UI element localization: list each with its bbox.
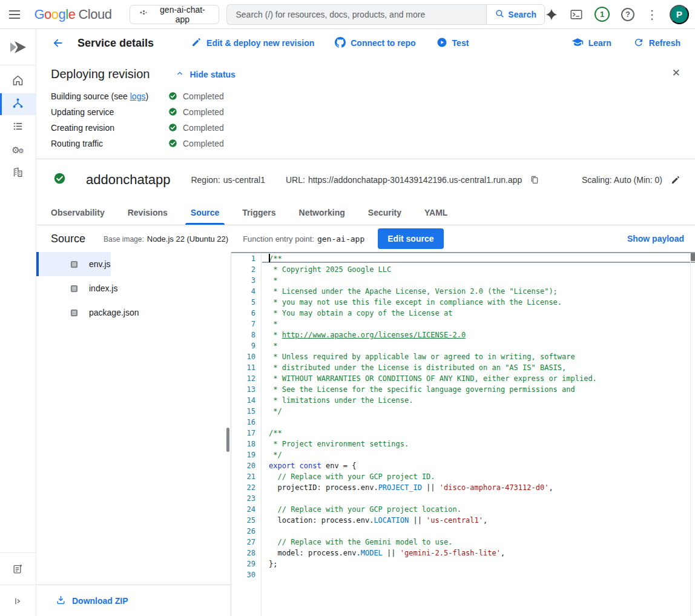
expand-panel-icon[interactable] — [0, 590, 36, 612]
text-cursor — [269, 254, 270, 262]
code-line — [269, 417, 695, 428]
download-zip-button[interactable]: Download ZIP — [36, 585, 231, 616]
deploy-step-status: Completed — [168, 139, 224, 148]
close-icon[interactable]: ✕ — [668, 63, 684, 83]
deploy-step: Updating serviceCompleted — [51, 107, 680, 117]
search-input[interactable] — [226, 4, 486, 25]
check-circle-icon — [168, 91, 177, 101]
tab-source[interactable]: Source — [179, 200, 231, 225]
entry-point-meta: Function entry point: gen-ai-app — [243, 234, 364, 243]
url-value[interactable]: https://addonchatapp-301439142196.us-cen… — [308, 175, 522, 185]
learn-button[interactable]: Learn — [571, 36, 611, 50]
line-number: 8 — [231, 330, 261, 340]
line-number: 14 — [231, 395, 261, 406]
topbar-actions: 1 ? ⋮ P — [545, 5, 689, 24]
code-line: * Unless required by applicable law or a… — [269, 351, 695, 362]
service-details-toolbar: Service details Edit & deploy new revisi… — [36, 29, 695, 57]
code-line: }; — [269, 558, 695, 569]
entry-point-value: gen-ai-app — [317, 234, 364, 243]
line-number: 9 — [231, 340, 261, 351]
tab-yaml[interactable]: YAML — [413, 200, 459, 225]
notification-count: 1 — [600, 10, 604, 19]
line-number: 16 — [231, 417, 261, 428]
tab-security[interactable]: Security — [357, 200, 413, 225]
action-label: Connect to repo — [351, 38, 415, 48]
sidebar-item-integrations[interactable]: ⚙⚙ — [0, 139, 36, 161]
home-icon — [12, 74, 24, 88]
sidebar-item-home[interactable] — [0, 70, 36, 92]
file-item-index.js[interactable]: index.js — [36, 276, 117, 300]
tab-observability[interactable]: Observability — [51, 200, 116, 225]
file-pane-scrollbar[interactable] — [226, 428, 229, 452]
search-button-label: Search — [508, 10, 536, 19]
entry-point-label: Function entry point: — [243, 234, 314, 243]
file-item-env.js[interactable]: env.js — [36, 252, 111, 276]
service-region: Region: us-central1 — [191, 175, 265, 185]
project-picker-button[interactable]: gen-ai-chat-app — [130, 5, 219, 24]
editor-scrollbar-thumb[interactable] — [691, 253, 695, 261]
sidebar-bottom — [0, 548, 36, 616]
more-options-icon[interactable]: ⋮ — [646, 8, 658, 21]
google-cloud-logo[interactable]: Google Cloud — [34, 7, 111, 22]
edit-deploy-revision-button[interactable]: Edit & deploy new revision — [191, 37, 314, 49]
status-text: Completed — [183, 107, 224, 117]
avatar-letter: P — [676, 9, 682, 19]
code-line: * distributed under the License is distr… — [269, 362, 695, 373]
code-line: * Licensed under the Apache License, Ver… — [269, 286, 695, 297]
line-number: 10 — [231, 351, 261, 362]
base-image-meta: Base image: Node.js 22 (Ubuntu 22) — [104, 234, 228, 243]
notifications-badge[interactable]: 1 — [595, 7, 610, 22]
sidebar-item-organization[interactable] — [0, 162, 36, 184]
code-editor[interactable]: 1234567891011121314151617181920212223242… — [231, 252, 695, 616]
sidebar-item-revisions-list[interactable] — [0, 116, 36, 138]
hide-status-toggle[interactable]: Hide status — [175, 68, 235, 80]
deploy-steps: Building source (see logs)CompletedUpdat… — [51, 91, 680, 148]
file-pane: env.jsindex.jspackage.json Download ZIP — [36, 252, 231, 616]
file-name: package.json — [89, 308, 139, 317]
play-circle-icon — [436, 37, 447, 50]
refresh-button[interactable]: Refresh — [633, 36, 680, 50]
file-icon — [70, 284, 79, 293]
logs-link[interactable]: logs — [130, 91, 146, 101]
connect-to-repo-button[interactable]: Connect to repo — [335, 37, 415, 50]
source-workspace: env.jsindex.jspackage.json Download ZIP … — [36, 252, 695, 616]
test-button[interactable]: Test — [436, 37, 469, 50]
toolbar-actions: Edit & deploy new revision Connect to re… — [191, 37, 469, 50]
menu-icon[interactable] — [0, 0, 29, 29]
project-icon — [138, 8, 148, 21]
edit-source-button[interactable]: Edit source — [378, 228, 443, 249]
line-number: 12 — [231, 373, 261, 384]
region-value: us-central1 — [223, 175, 265, 185]
avatar[interactable]: P — [670, 5, 689, 24]
back-arrow-icon[interactable] — [51, 36, 64, 50]
line-number: 27 — [231, 537, 261, 548]
cloud-shell-icon[interactable] — [570, 8, 583, 21]
check-circle-icon — [168, 139, 177, 148]
sidebar-divider — [0, 65, 36, 65]
gemini-sparkle-icon[interactable] — [545, 8, 558, 21]
tab-revisions[interactable]: Revisions — [116, 200, 179, 225]
service-tabs: ObservabilityRevisionsSourceTriggersNetw… — [36, 200, 695, 225]
deploy-step: Creating revisionCompleted — [51, 122, 680, 133]
edit-scaling-pencil-icon[interactable] — [671, 175, 680, 185]
search-button[interactable]: Search — [486, 4, 545, 25]
sidebar-item-services[interactable] — [0, 93, 36, 115]
tab-triggers[interactable]: Triggers — [231, 200, 287, 225]
show-payload-link[interactable]: Show payload — [627, 234, 684, 243]
deploy-step-label: Building source (see logs) — [51, 91, 168, 101]
github-icon — [335, 37, 346, 50]
copy-icon[interactable] — [530, 175, 539, 185]
file-item-package.json[interactable]: package.json — [36, 300, 139, 325]
line-number: 25 — [231, 515, 261, 526]
action-label: Refresh — [649, 38, 680, 48]
tab-networking[interactable]: Networking — [288, 200, 357, 225]
code-line: * — [269, 319, 695, 330]
code-line: * Copyright 2025 Google LLC — [269, 264, 695, 275]
release-notes-icon[interactable] — [0, 558, 36, 580]
help-icon[interactable]: ? — [621, 8, 634, 21]
line-number: 5 — [231, 297, 261, 308]
search-icon — [495, 8, 505, 21]
line-number: 29 — [231, 558, 261, 569]
code-line — [269, 493, 695, 504]
deploy-step-status: Completed — [168, 107, 224, 117]
